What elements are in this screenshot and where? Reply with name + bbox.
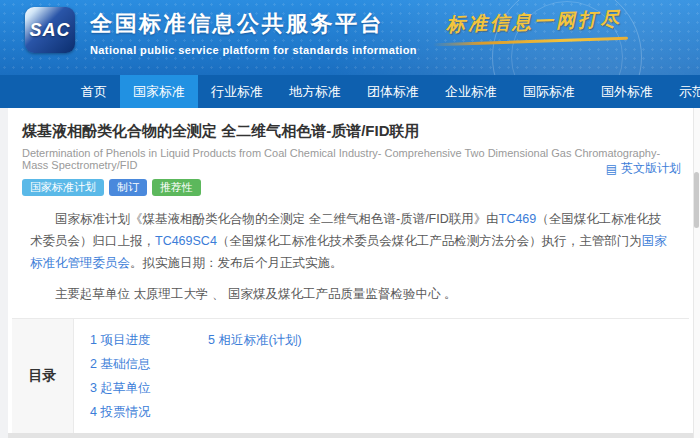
sac-logo[interactable]: SAC bbox=[25, 7, 75, 53]
standard-detail-card: 煤基液相酚类化合物的全测定 全二维气相色谱-质谱/FID联用 Determina… bbox=[8, 108, 693, 434]
nav-item-7[interactable]: 国外标准 bbox=[588, 75, 666, 108]
table-of-contents: 目录 1 项目进度2 基础信息3 起草单位4 投票情况5 相近标准(计划) bbox=[12, 318, 689, 434]
english-version-link[interactable]: ▤ 英文版计划 bbox=[606, 160, 681, 177]
badge-row: 国家标准计划制订推荐性 bbox=[22, 179, 679, 196]
site-subtitle: National public service platform for sta… bbox=[90, 44, 417, 56]
intro-paragraph-1: 国家标准计划《煤基液相酚类化合物的全测定 全二维气相色谱-质谱/FID联用》由T… bbox=[30, 208, 671, 274]
intro-paragraph-2: 主要起草单位 太原理工大学 、 国家煤及煤化工产品质量监督检验中心 。 bbox=[30, 283, 671, 305]
nav-item-0[interactable]: 首页 bbox=[68, 75, 120, 108]
inline-link-TC469[interactable]: TC469 bbox=[499, 212, 537, 226]
status-badge-0: 国家标准计划 bbox=[22, 179, 104, 196]
nav-item-2[interactable]: 行业标准 bbox=[198, 75, 276, 108]
inline-link-TC469SC4[interactable]: TC469SC4 bbox=[155, 234, 217, 248]
intro-text-segment-0: 国家标准计划《煤基液相酚类化合物的全测定 全二维气相色谱-质谱/FID联用》由 bbox=[55, 212, 499, 226]
document-icon: ▤ bbox=[606, 162, 617, 176]
standard-title-cn: 煤基液相酚类化合物的全测定 全二维气相色谱-质谱/FID联用 bbox=[8, 122, 693, 141]
nav-item-1[interactable]: 国家标准 bbox=[120, 75, 198, 108]
standard-title-en: Determination of Phenols in Liquid Produ… bbox=[22, 147, 679, 171]
site-title: 全国标准信息公共服务平台 bbox=[90, 9, 417, 39]
scrollbar-thumb[interactable] bbox=[694, 172, 699, 228]
nav-item-5[interactable]: 企业标准 bbox=[432, 75, 510, 108]
toc-column-0: 1 项目进度2 基础信息3 起草单位4 投票情况 bbox=[90, 328, 206, 424]
toc-item[interactable]: 3 起草单位 bbox=[90, 376, 206, 400]
intro-text-segment-4: （全国煤化工标准化技术委员会煤化工产品检测方法分会）执行，主管部门为 bbox=[217, 234, 642, 248]
toc-columns: 1 项目进度2 基础信息3 起草单位4 投票情况5 相近标准(计划) bbox=[74, 319, 326, 433]
site-header: SAC 全国标准信息公共服务平台 National public service… bbox=[0, 0, 700, 75]
sac-logo-text: SAC bbox=[29, 20, 70, 41]
nav-item-3[interactable]: 地方标准 bbox=[276, 75, 354, 108]
status-badge-1: 制订 bbox=[109, 179, 147, 196]
scrollbar-track[interactable] bbox=[693, 108, 700, 438]
bottom-divider bbox=[8, 433, 700, 438]
intro-block: 国家标准计划《煤基液相酚类化合物的全测定 全二维气相色谱-质谱/FID联用》由T… bbox=[30, 208, 671, 305]
toc-item[interactable]: 1 项目进度 bbox=[90, 328, 206, 352]
toc-label: 目录 bbox=[12, 319, 74, 433]
main-nav: 首页国家标准行业标准地方标准团体标准企业标准国际标准国外标准示范试点技术委员会 bbox=[0, 75, 700, 108]
site-title-block: 全国标准信息公共服务平台 National public service pla… bbox=[90, 9, 417, 56]
nav-item-4[interactable]: 团体标准 bbox=[354, 75, 432, 108]
nav-item-8[interactable]: 示范试点 bbox=[666, 75, 700, 108]
toc-column-1: 5 相近标准(计划) bbox=[208, 328, 324, 424]
toc-item[interactable]: 2 基础信息 bbox=[90, 352, 206, 376]
english-version-label: 英文版计划 bbox=[621, 160, 681, 177]
toc-item[interactable]: 4 投票情况 bbox=[90, 400, 206, 424]
intro-text-segment-6: 。拟实施日期：发布后个月正式实施。 bbox=[130, 256, 343, 270]
toc-item[interactable]: 5 相近标准(计划) bbox=[208, 328, 324, 352]
status-badge-2: 推荐性 bbox=[152, 179, 201, 196]
nav-item-6[interactable]: 国际标准 bbox=[510, 75, 588, 108]
